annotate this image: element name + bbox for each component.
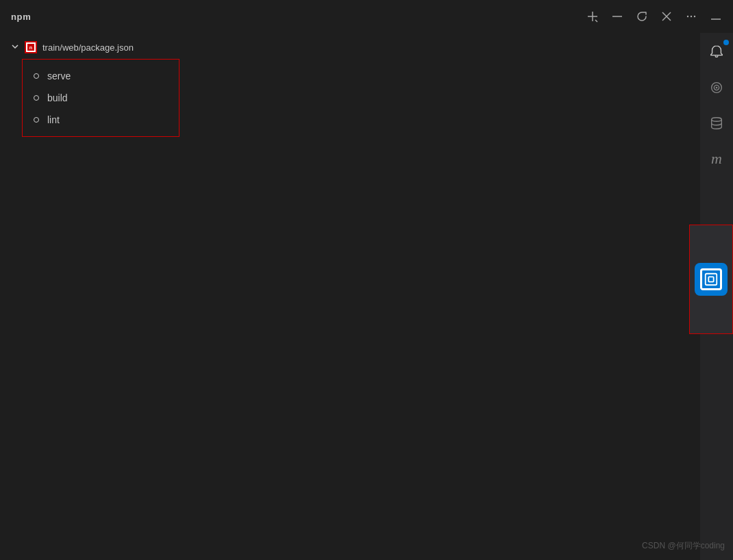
add-icon[interactable] <box>586 10 599 23</box>
main-layout: n train/web/package.json serve build lin… <box>0 33 733 560</box>
package-file-label: train/web/package.json <box>42 42 134 53</box>
app-title: npm <box>11 12 31 22</box>
window-minimize-icon[interactable] <box>710 10 722 23</box>
left-panel: n train/web/package.json serve build lin… <box>0 33 700 560</box>
close-icon[interactable] <box>660 10 673 23</box>
script-label-build: build <box>47 92 68 103</box>
refresh-icon[interactable] <box>636 10 648 23</box>
svg-point-8 <box>694 16 695 17</box>
svg-point-11 <box>712 118 722 122</box>
npm-panel-button[interactable] <box>695 263 728 296</box>
svg-rect-13 <box>708 277 713 281</box>
svg-point-10 <box>716 87 718 89</box>
npm-file-icon: n <box>25 41 37 53</box>
toolbar-right <box>586 10 722 23</box>
toolbar-left: npm <box>11 12 31 22</box>
svg-line-2 <box>595 20 597 22</box>
script-bullet <box>34 95 39 101</box>
more-icon[interactable] <box>685 10 697 23</box>
npm-panel-active <box>689 225 733 334</box>
database-icon[interactable] <box>703 110 730 137</box>
npm-panel-btn-icon <box>700 268 722 290</box>
footer-watermark: CSDN @何同学coding <box>642 540 725 552</box>
copilot-icon[interactable] <box>703 74 730 101</box>
svg-point-6 <box>687 16 688 17</box>
scripts-list: serve build lint <box>22 59 179 137</box>
script-label-serve: serve <box>47 71 71 81</box>
script-item-build[interactable]: build <box>23 87 179 109</box>
script-bullet <box>34 73 39 79</box>
tree-header[interactable]: n train/web/package.json <box>0 38 700 56</box>
toolbar: npm <box>0 0 733 33</box>
script-bullet <box>34 117 39 123</box>
right-sidebar: m <box>700 33 733 560</box>
notification-icon[interactable] <box>703 38 730 66</box>
minus-icon[interactable] <box>611 10 623 23</box>
m-letter-icon[interactable]: m <box>703 145 730 173</box>
m-icon-label: m <box>711 150 722 168</box>
notification-dot <box>723 40 729 45</box>
chevron-down-icon <box>11 42 19 53</box>
script-item-lint[interactable]: lint <box>23 109 179 131</box>
script-item-serve[interactable]: serve <box>23 65 179 87</box>
script-label-lint: lint <box>47 114 60 125</box>
svg-point-7 <box>691 16 692 17</box>
svg-rect-12 <box>706 274 717 285</box>
